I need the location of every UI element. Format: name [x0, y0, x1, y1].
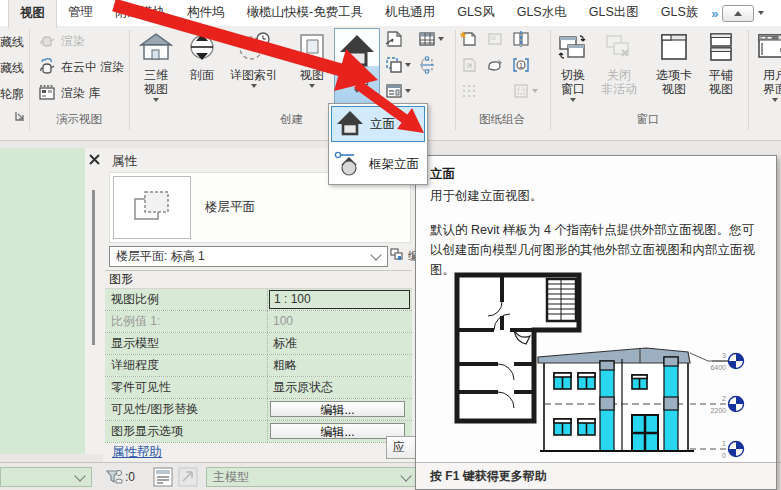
- press-drag-icon: [177, 466, 198, 487]
- main-model-dropdown[interactable]: 主模型: [206, 467, 418, 487]
- svg-text:1: 1: [519, 62, 523, 69]
- properties-toggle-icon[interactable]: [152, 466, 173, 487]
- tab-附加模块[interactable]: 附加模块: [104, 0, 176, 27]
- dialog-launcher-icon[interactable]: [14, 110, 26, 125]
- edit-button[interactable]: 编辑...: [270, 401, 405, 417]
- menu-item-frame-elevation[interactable]: 框架立面: [331, 146, 425, 182]
- vertical-scrollbar[interactable]: [92, 190, 95, 345]
- group-label-window: 窗口: [553, 112, 743, 128]
- left-green-pane: [0, 148, 85, 454]
- property-value-selected[interactable]: 1 : 100: [269, 290, 410, 309]
- schedules-button[interactable]: [418, 30, 444, 48]
- tab-views-button[interactable]: 选项卡视图: [648, 28, 700, 110]
- tab-机电通用[interactable]: 机电通用: [374, 0, 446, 27]
- tab-构件坞[interactable]: 构件坞: [176, 0, 236, 27]
- guide-grid-button: [460, 82, 478, 100]
- tooltip-body: 默认的 Revit 样板为 4 个指南针点提供外部立面视图。您可以创建面向模型几…: [430, 220, 764, 280]
- render-gallery-icon: [38, 84, 56, 102]
- switch-windows-button[interactable]: 切换窗口: [553, 28, 593, 110]
- new-sheet-button[interactable]: [460, 30, 478, 48]
- edit-button[interactable]: 编辑...: [270, 423, 405, 439]
- title-block-button[interactable]: [486, 56, 504, 74]
- tab-GLS族[interactable]: GLS族: [650, 0, 710, 27]
- type-icon-box: [113, 176, 191, 239]
- group-label-sheet-composition: 图纸组合: [456, 112, 548, 128]
- building-elevation-image: 36400 22200 10: [536, 341, 768, 466]
- ribbon-cut-button-3[interactable]: 轮廓: [0, 86, 30, 108]
- property-value[interactable]: 1 : 100: [268, 289, 412, 310]
- property-value[interactable]: 显示原状态: [268, 377, 412, 398]
- switch-windows-caret-icon: [570, 98, 576, 102]
- plan-views-button[interactable]: 视图: [290, 28, 334, 110]
- close-pane-icon[interactable]: [88, 153, 101, 169]
- tab-overflow-chevron-icon[interactable]: »: [711, 6, 716, 21]
- section-button[interactable]: 剖面: [181, 28, 223, 110]
- menu-item-elevation[interactable]: 立面: [331, 106, 425, 142]
- render-teapot-icon: [38, 32, 56, 50]
- scope-box-button[interactable]: [418, 56, 444, 74]
- property-value[interactable]: 粗略: [268, 355, 412, 376]
- selection-filter-icon[interactable]: [103, 466, 124, 487]
- ribbon-cut-button-2[interactable]: 藏线: [0, 60, 30, 82]
- tab-GLS风[interactable]: GLS风: [446, 0, 506, 27]
- legends-button[interactable]: [385, 82, 411, 100]
- property-value[interactable]: 标准: [268, 333, 412, 354]
- view-reference-icon: 1: [512, 56, 530, 74]
- close-inactive-button: 关闭非活动: [595, 28, 643, 110]
- tab-GLS水电[interactable]: GLS水电: [506, 0, 578, 27]
- tab-橄榄山快模-免费工具[interactable]: 橄榄山快模-免费工具: [236, 0, 375, 27]
- render-in-cloud-button[interactable]: 在云中 渲染: [38, 58, 124, 76]
- ribbon-minimize-icon: [722, 5, 754, 22]
- user-interface-button[interactable]: 用户界面: [752, 28, 781, 110]
- type-selector-dropdown[interactable]: 楼层平面: 标高 1: [109, 246, 388, 267]
- level-markers: [729, 354, 744, 457]
- floor-plan-type-icon: [132, 189, 172, 226]
- schedules-icon: [418, 30, 436, 48]
- property-name: 详细程度: [105, 355, 268, 376]
- property-name: 可见性/图形替换: [105, 399, 268, 420]
- properties-help-link[interactable]: 属性帮助: [112, 444, 162, 461]
- close-inactive-icon: [602, 32, 636, 65]
- view-3d-icon: [139, 32, 173, 65]
- property-name: 比例值 1:: [105, 311, 268, 332]
- sheet-issues-button: [486, 30, 504, 48]
- duplicate-view-button[interactable]: [385, 56, 411, 74]
- selector-chevron-icon: [370, 249, 381, 260]
- left-pane-scroll-strip: [85, 148, 103, 454]
- type-name-label: 楼层平面: [205, 199, 255, 216]
- schedules-caret-icon: [438, 37, 444, 41]
- tab-GLS出图[interactable]: GLS出图: [578, 0, 650, 27]
- property-value: 100: [268, 311, 412, 332]
- elevation-tooltip: 立面 用于创建立面视图。 默认的 Revit 样板为 4 个指南针点提供外部立面…: [415, 155, 777, 490]
- drafting-view-icon: [385, 30, 403, 48]
- design-option-dropdown[interactable]: [0, 467, 92, 487]
- plan-views-icon: [295, 32, 329, 65]
- tile-views-button[interactable]: 平铺视图: [702, 28, 740, 110]
- callout-button[interactable]: 详图索引: [225, 28, 283, 110]
- legends-caret-icon: [405, 89, 411, 93]
- property-value[interactable]: 编辑...: [268, 399, 412, 420]
- edit-type-button[interactable]: 编: [390, 246, 415, 267]
- view-3d-button[interactable]: 三维视图: [133, 28, 179, 110]
- property-row: 详细程度粗略: [105, 355, 412, 377]
- cloud-render-icon: [38, 58, 56, 76]
- svg-text:0: 0: [722, 452, 726, 459]
- ribbon-cut-button-1[interactable]: 藏线: [0, 34, 30, 56]
- matchline-button[interactable]: [512, 30, 538, 48]
- drafting-view-button[interactable]: [385, 30, 411, 48]
- ribbon-display-toggle[interactable]: [722, 5, 764, 22]
- tooltip-footer: 按 F1 键获得更多帮助: [416, 462, 776, 489]
- tab-视图[interactable]: 视图: [8, 0, 57, 28]
- tab-管理[interactable]: 管理: [57, 0, 104, 27]
- elevation-icon: [338, 33, 376, 70]
- view-reference-button[interactable]: 1: [512, 56, 538, 74]
- property-name: 零件可见性: [105, 377, 268, 398]
- new-sheet-icon: [460, 30, 478, 48]
- ribbon-tab-bar: 视图管理附加模块构件坞橄榄山快模-免费工具机电通用GLS风GLS水电GLS出图G…: [0, 0, 781, 26]
- property-row: 图形显示选项编辑...: [105, 421, 412, 443]
- property-row: 视图比例1 : 100: [105, 289, 412, 311]
- property-name: 显示模型: [105, 333, 268, 354]
- svg-text:3: 3: [722, 352, 726, 359]
- elevation-button[interactable]: 立面: [334, 28, 380, 110]
- render-gallery-button[interactable]: 渲染 库: [38, 84, 100, 102]
